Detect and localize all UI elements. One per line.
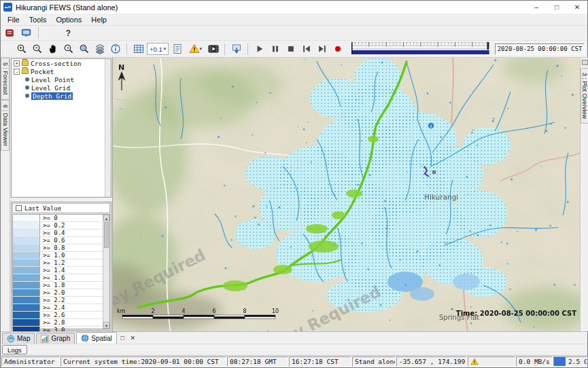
tab-forecast[interactable]: 5 : Forecast [1,58,10,100]
title-bar: Hikurangi FEWS (Stand alone) – □ ✕ [1,1,587,14]
report-button[interactable] [170,42,184,56]
skip-end-icon [317,44,327,54]
window-title: Hikurangi FEWS (Stand alone) [16,3,118,12]
expand-icon[interactable]: + [14,60,20,67]
legend-row: >= 0.6 [13,237,103,244]
help-icon: ? [66,29,71,38]
zoom-extent-icon [79,43,90,54]
zoom-extent-button[interactable] [77,42,91,56]
map-viewport[interactable]: i Hikurangi Springs Flat API Key Require… [112,58,580,331]
legend-swatch [13,244,40,251]
zoom-in-icon [16,43,27,54]
app-logo-icon [3,3,12,12]
thresholds-warning-combo[interactable]: ▾ [186,42,205,56]
menu-file[interactable]: File [3,14,24,25]
chart-icon [41,335,49,343]
status-alerts[interactable] [468,356,515,367]
legend-swatch [13,229,40,236]
menu-bar: File Tools Options Help [1,14,587,26]
menu-options[interactable]: Options [51,14,86,25]
folder-icon [22,69,29,74]
grid-display-button[interactable] [131,42,145,56]
tree-node-level-grid[interactable]: Level Grid [12,84,111,92]
tab-spatial[interactable]: Spatial [76,332,117,344]
logs-button[interactable]: Logs [2,345,27,354]
map-time-label: Time: 2020-08-25 00:00:00 CST [456,310,576,317]
profile-download-button[interactable] [229,42,243,56]
panel-splitter[interactable] [10,198,112,201]
status-gmt-time: 08:27:18 GMT [227,356,288,367]
legend-swatch [13,274,40,281]
legend-swatch [13,267,40,274]
globe-icon [7,335,15,343]
node-bullet-icon [25,94,29,98]
logs-row: Logs [1,344,587,355]
display-button[interactable] [19,26,33,40]
threshold-combo[interactable]: +0.1 ▾ [147,43,169,55]
timeline-slider[interactable] [351,42,489,56]
status-warning-icon [470,358,479,365]
tab-graph[interactable]: Graph [36,333,75,344]
legend-scrollbar[interactable]: ▲ ▼ [103,215,109,329]
tree-node-label: Level Point [31,76,74,84]
legend-row: >= 2.6 [13,312,103,319]
info-button[interactable] [108,42,122,56]
stop-button[interactable] [283,42,298,56]
step-to-start-button[interactable] [299,42,313,56]
tab-data-viewer[interactable]: 6 : Data Viewer [1,100,10,151]
zoom-previous-button[interactable] [61,42,75,56]
tab-map[interactable]: Map [2,333,35,344]
database-button[interactable] [3,26,17,40]
stop-icon [286,44,296,54]
toolbar-separator [126,43,127,55]
legend-row: >= 2.2 [13,297,103,304]
pause-button[interactable] [268,42,282,56]
tree-scrollbar[interactable] [105,59,111,197]
menu-help[interactable]: Help [86,14,111,25]
warning-icon [189,43,200,54]
right-tab-strip: 3 : Plot Overview [580,58,588,331]
pause-icon [271,44,280,54]
svg-text:6: 6 [212,308,215,314]
tree-node-level-point[interactable]: Level Point [12,75,111,84]
legend-row: >= 2.4 [13,304,103,312]
tree-node-cross-section[interactable]: + Cross-section [12,59,111,67]
tab-map-label: Map [17,335,30,342]
zoom-in-button[interactable] [14,42,29,56]
layers-button[interactable] [92,42,107,56]
pan-button[interactable] [46,42,60,56]
close-button[interactable]: ✕ [567,1,587,14]
play-icon [255,44,264,54]
panel-maximize-button[interactable]: □ [118,333,127,343]
tree-node-depth-grid[interactable]: Depth Grid [12,92,111,100]
legend-swatch [13,252,40,259]
play-button[interactable] [252,42,266,56]
layers-icon [94,43,105,54]
panel-restore-icon[interactable] [582,60,588,65]
panel-close-button[interactable]: ✕ [128,333,137,343]
download-arrow-icon [231,43,242,54]
last-value-checkbox[interactable] [16,205,22,211]
legend-row: >= 0.8 [13,244,103,252]
legend-label: >= 2.6 [40,312,65,318]
minimize-button[interactable]: – [526,1,547,14]
collapse-icon[interactable]: - [14,69,20,75]
legend-label: >= 1.2 [40,259,65,266]
legend-row: >= 1.6 [13,274,103,282]
scroll-down-icon[interactable]: ▼ [103,322,109,329]
legend-swatch [13,319,40,326]
maximize-button[interactable]: □ [547,1,567,14]
legend-title: Last Value [24,205,61,212]
scroll-up-icon[interactable]: ▲ [103,215,109,221]
zoom-out-button[interactable] [30,42,44,56]
tab-plot-overview[interactable]: 3 : Plot Overview [581,68,588,124]
menu-tools[interactable]: Tools [24,14,52,25]
tree-node-pocket[interactable]: - Pocket [12,67,111,75]
scrollbar-thumb[interactable] [104,222,109,248]
animation-export-button[interactable] [206,42,220,56]
step-to-end-button[interactable] [315,42,329,56]
legend-swatch [13,222,40,229]
record-button[interactable] [330,42,345,56]
help-button[interactable]: ? [61,26,75,40]
legend-label: >= 0.6 [40,237,65,244]
